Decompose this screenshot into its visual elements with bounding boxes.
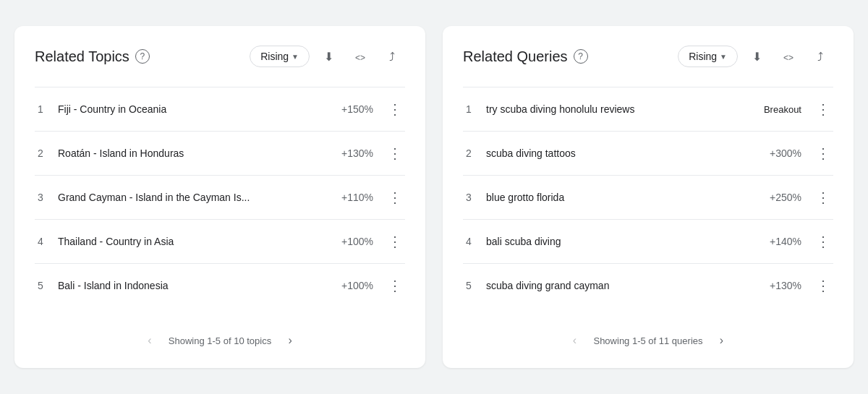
item-label: Thailand - Country in Asia: [58, 236, 330, 247]
more-options-button[interactable]: [813, 143, 833, 163]
item-value: +100%: [341, 280, 373, 291]
more-options-button[interactable]: [385, 231, 405, 252]
item-value: +140%: [770, 236, 801, 247]
download-button[interactable]: [315, 43, 341, 69]
item-number: 4: [463, 236, 475, 247]
item-label: try scuba diving honolulu reviews: [486, 103, 752, 115]
item-label: scuba diving grand cayman: [486, 280, 758, 291]
share-button[interactable]: [807, 43, 833, 69]
panel-related-topics: Related Topics?Rising▼1Fiji - Country in…: [14, 26, 425, 368]
panel-title-group: Related Queries?: [463, 48, 588, 65]
more-options-icon: [816, 277, 830, 294]
list-item[interactable]: 5Bali - Island in Indonesia+100%: [35, 263, 405, 307]
more-options-button[interactable]: [385, 143, 405, 163]
prev-page-button[interactable]: ‹: [564, 330, 584, 351]
item-number: 2: [463, 147, 475, 159]
item-value: +250%: [770, 192, 801, 203]
more-options-button[interactable]: [813, 99, 833, 119]
more-options-icon: [388, 100, 402, 118]
item-value: +130%: [770, 280, 801, 291]
more-options-button[interactable]: [385, 187, 405, 207]
rising-filter-button[interactable]: Rising▼: [678, 46, 738, 67]
help-icon[interactable]: ?: [574, 49, 588, 64]
list-item[interactable]: 3blue grotto florida+250%: [463, 175, 833, 219]
items-list: 1try scuba diving honolulu reviewsBreako…: [463, 87, 833, 307]
item-value: +100%: [341, 236, 373, 247]
embed-button[interactable]: [775, 43, 801, 69]
item-number: 2: [35, 147, 46, 159]
more-options-icon: [388, 145, 402, 162]
rising-label: Rising: [689, 51, 717, 62]
item-number: 1: [463, 103, 475, 115]
embed-button[interactable]: [347, 43, 373, 69]
list-item[interactable]: 4Thailand - Country in Asia+100%: [35, 219, 405, 263]
list-item[interactable]: 2Roatán - Island in Honduras+130%: [35, 131, 405, 175]
panels-container: Related Topics?Rising▼1Fiji - Country in…: [14, 26, 854, 368]
item-label: blue grotto florida: [486, 192, 758, 203]
help-icon[interactable]: ?: [135, 49, 150, 64]
more-options-icon: [388, 277, 402, 294]
embed-icon: [783, 49, 793, 64]
more-options-icon: [388, 233, 402, 250]
item-number: 5: [463, 280, 475, 291]
panel-title: Related Topics: [35, 48, 129, 65]
chevron-down-icon: ▼: [720, 53, 727, 61]
more-options-button[interactable]: [813, 187, 833, 207]
more-options-button[interactable]: [813, 275, 833, 296]
pagination-label: Showing 1-5 of 10 topics: [169, 335, 271, 346]
panel-header-0: Related Topics?Rising▼: [35, 43, 405, 69]
item-number: 3: [35, 192, 46, 203]
list-item[interactable]: 1Fiji - Country in Oceania+150%: [35, 87, 405, 131]
list-item[interactable]: 5scuba diving grand cayman+130%: [463, 263, 833, 307]
more-options-button[interactable]: [385, 275, 405, 296]
share-icon: [389, 49, 395, 64]
rising-label: Rising: [260, 51, 289, 62]
download-icon: [324, 49, 333, 64]
item-value: Breakout: [764, 104, 801, 115]
panel-footer: ‹Showing 1-5 of 10 topics›: [35, 325, 405, 351]
more-options-button[interactable]: [385, 99, 405, 119]
next-page-button[interactable]: ›: [280, 330, 300, 351]
panel-footer: ‹Showing 1-5 of 11 queries›: [463, 325, 833, 351]
list-item[interactable]: 2scuba diving tattoos+300%: [463, 131, 833, 175]
item-value: +130%: [341, 147, 373, 159]
item-label: Bali - Island in Indonesia: [58, 280, 330, 291]
share-button[interactable]: [379, 43, 405, 69]
item-value: +150%: [341, 103, 373, 115]
more-options-icon: [816, 100, 830, 118]
panel-title-group: Related Topics?: [35, 48, 150, 65]
item-label: bali scuba diving: [486, 236, 758, 247]
item-number: 3: [463, 192, 475, 203]
item-label: scuba diving tattoos: [486, 147, 758, 159]
panel-related-queries: Related Queries?Rising▼1try scuba diving…: [443, 26, 854, 368]
download-button[interactable]: [744, 43, 770, 69]
share-icon: [817, 49, 823, 64]
more-options-icon: [816, 145, 830, 162]
chevron-down-icon: ▼: [292, 53, 299, 61]
item-label: Fiji - Country in Oceania: [58, 103, 330, 115]
item-label: Grand Cayman - Island in the Cayman Is..…: [58, 192, 330, 203]
panel-header-1: Related Queries?Rising▼: [463, 43, 833, 69]
panel-actions: Rising▼: [678, 43, 833, 69]
more-options-button[interactable]: [813, 231, 833, 252]
panel-actions: Rising▼: [250, 43, 405, 69]
prev-page-button[interactable]: ‹: [140, 330, 160, 351]
item-number: 5: [35, 280, 46, 291]
more-options-icon: [816, 189, 830, 206]
item-value: +110%: [341, 192, 373, 203]
rising-filter-button[interactable]: Rising▼: [250, 46, 310, 67]
next-page-button[interactable]: ›: [712, 330, 732, 351]
list-item[interactable]: 3Grand Cayman - Island in the Cayman Is.…: [35, 175, 405, 219]
more-options-icon: [816, 233, 830, 250]
item-number: 4: [35, 236, 46, 247]
embed-icon: [355, 49, 365, 64]
panel-title: Related Queries: [463, 48, 568, 65]
more-options-icon: [388, 189, 402, 206]
item-number: 1: [35, 103, 46, 115]
pagination-label: Showing 1-5 of 11 queries: [593, 335, 702, 346]
item-value: +300%: [770, 147, 801, 159]
list-item[interactable]: 4bali scuba diving+140%: [463, 219, 833, 263]
list-item[interactable]: 1try scuba diving honolulu reviewsBreako…: [463, 87, 833, 131]
item-label: Roatán - Island in Honduras: [58, 147, 330, 159]
items-list: 1Fiji - Country in Oceania+150%2Roatán -…: [35, 87, 405, 307]
